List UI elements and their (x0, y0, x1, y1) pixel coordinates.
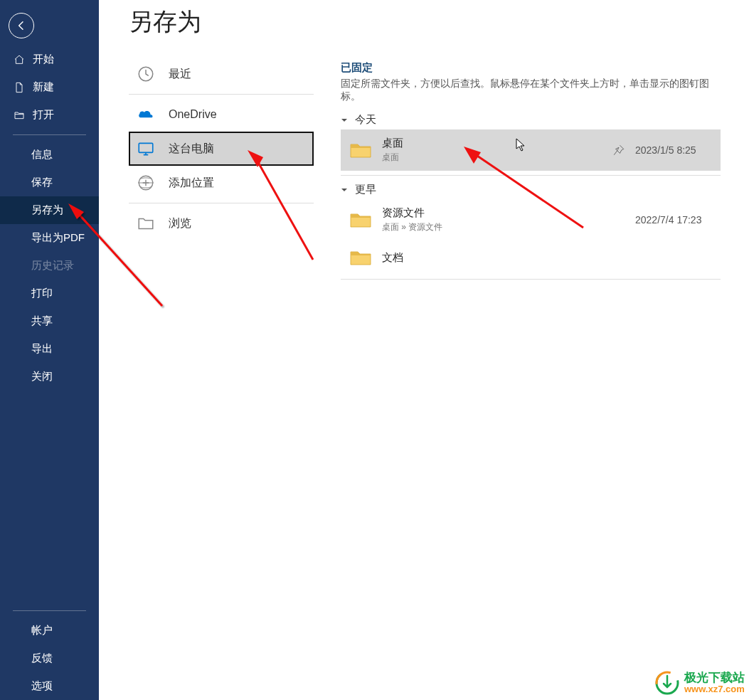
location-this-pc[interactable]: 这台电脑 (129, 132, 314, 166)
folder-icon (349, 210, 372, 230)
locations-panel: 最近 OneDrive 这台电脑 添加位置 (99, 50, 326, 700)
sidebar-item-home[interactable]: 开始 (0, 46, 99, 73)
folder-item-desktop[interactable]: 桌面 桌面 2023/1/5 8:25 (341, 129, 721, 171)
sidebar-item-account[interactable]: 帐户 (0, 617, 99, 645)
sidebar-item-options[interactable]: 选项 (0, 672, 99, 700)
watermark: 极光下载站 www.xz7.com (654, 670, 745, 696)
folder-icon (349, 140, 372, 160)
sidebar-item-label: 开始 (33, 53, 54, 66)
sidebar-item-label: 关闭 (31, 370, 53, 383)
group-label: 今天 (355, 113, 376, 127)
folder-icon (349, 248, 372, 267)
watermark-name: 极光下载站 (684, 672, 745, 685)
pinned-title: 已固定 (341, 61, 721, 75)
location-label: 最近 (169, 67, 191, 82)
folder-name: 资源文件 (382, 206, 625, 220)
location-label: 这台电脑 (169, 142, 214, 157)
pinned-description: 固定所需文件夹，方便以后查找。鼠标悬停在某个文件夹上方时，单击显示的图钉图标。 (341, 78, 721, 103)
location-divider (129, 94, 314, 95)
folder-text: 文档 (382, 251, 625, 265)
sidebar-item-label: 选项 (31, 679, 53, 693)
home-icon (13, 53, 26, 66)
folder-name: 文档 (382, 251, 625, 265)
sidebar-item-label: 反馈 (31, 652, 53, 665)
folder-text: 资源文件 桌面 » 资源文件 (382, 206, 625, 233)
document-icon (13, 81, 26, 94)
location-onedrive[interactable]: OneDrive (129, 97, 314, 132)
location-add[interactable]: 添加位置 (129, 166, 314, 200)
sidebar-item-exportpdf[interactable]: 导出为PDF (0, 224, 99, 252)
folder-item-resources[interactable]: 资源文件 桌面 » 资源文件 2022/7/4 17:23 (341, 199, 721, 240)
watermark-text: 极光下载站 www.xz7.com (684, 672, 745, 695)
back-button[interactable] (9, 13, 34, 38)
sidebar-item-label: 导出为PDF (31, 231, 85, 245)
add-location-icon (136, 173, 156, 193)
sidebar-divider (13, 610, 86, 611)
sidebar-item-label: 历史记录 (31, 259, 74, 272)
location-browse[interactable]: 浏览 (129, 206, 314, 240)
sidebar-divider (13, 134, 86, 135)
back-arrow-icon (16, 20, 27, 31)
location-recent[interactable]: 最近 (129, 57, 314, 91)
folder-sub: 桌面 (382, 152, 602, 164)
chevron-down-icon (341, 117, 348, 124)
sidebar-item-label: 帐户 (31, 624, 53, 637)
sidebar-item-label: 另存为 (31, 203, 63, 217)
sidebar-item-new[interactable]: 新建 (0, 73, 99, 101)
folder-open-icon (13, 109, 26, 122)
location-label: OneDrive (169, 108, 217, 121)
sidebar-item-label: 打印 (31, 287, 53, 300)
folder-name: 桌面 (382, 137, 602, 150)
sidebar-item-label: 打开 (33, 108, 54, 122)
clock-icon (136, 64, 156, 84)
main-body: 最近 OneDrive 这台电脑 添加位置 (99, 50, 749, 700)
folder-text: 桌面 桌面 (382, 137, 602, 164)
group-earlier[interactable]: 更早 (341, 183, 721, 196)
sidebar-item-feedback[interactable]: 反馈 (0, 645, 99, 672)
browse-icon (136, 213, 156, 233)
group-label: 更早 (355, 183, 376, 196)
sidebar-item-history: 历史记录 (0, 252, 99, 280)
sidebar-item-label: 导出 (31, 342, 53, 356)
watermark-logo-icon (654, 670, 680, 696)
sidebar-item-saveas[interactable]: 另存为 (0, 196, 99, 224)
chevron-down-icon (341, 186, 348, 193)
sidebar-item-close-doc[interactable]: 关闭 (0, 363, 99, 391)
onedrive-icon (136, 105, 156, 124)
folder-sub: 桌面 » 资源文件 (382, 221, 625, 233)
watermark-url: www.xz7.com (684, 684, 745, 694)
location-label: 浏览 (169, 216, 191, 231)
svg-rect-1 (139, 143, 153, 152)
sidebar: 开始 新建 打开 信息 保存 另存为 导出为PDF 历史记录 打印 共享 导出 … (0, 0, 99, 700)
sidebar-item-save[interactable]: 保存 (0, 169, 99, 196)
sidebar-item-label: 信息 (31, 148, 53, 161)
location-divider (129, 203, 314, 203)
folder-divider (341, 175, 721, 176)
folder-divider (341, 279, 721, 280)
pin-icon[interactable] (612, 144, 625, 157)
sidebar-item-label: 新建 (33, 80, 54, 94)
pc-icon (136, 139, 156, 159)
main-content: 另存为 最近 OneDrive 这台电脑 (99, 0, 749, 700)
folder-item-documents[interactable]: 文档 (341, 240, 721, 275)
sidebar-spacer (0, 391, 99, 605)
folders-panel: 已固定 固定所需文件夹，方便以后查找。鼠标悬停在某个文件夹上方时，单击显示的图钉… (326, 50, 749, 700)
sidebar-item-info[interactable]: 信息 (0, 141, 99, 169)
group-today[interactable]: 今天 (341, 113, 721, 127)
location-label: 添加位置 (169, 176, 214, 191)
sidebar-item-label: 共享 (31, 314, 53, 328)
sidebar-item-print[interactable]: 打印 (0, 280, 99, 307)
sidebar-item-share[interactable]: 共享 (0, 307, 99, 335)
sidebar-item-export[interactable]: 导出 (0, 335, 99, 363)
page-title: 另存为 (99, 0, 749, 50)
folder-date: 2022/7/4 17:23 (635, 214, 713, 226)
sidebar-item-label: 保存 (31, 176, 53, 189)
sidebar-item-open[interactable]: 打开 (0, 101, 99, 129)
folder-date: 2023/1/5 8:25 (635, 144, 713, 156)
